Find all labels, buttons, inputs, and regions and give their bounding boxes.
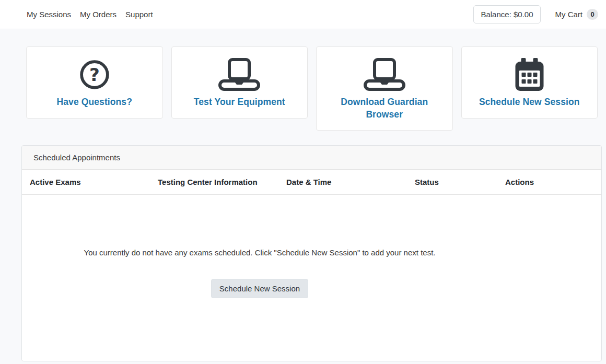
card-have-questions[interactable]: ? Have Questions? [26, 46, 163, 119]
card-label: Download Guardian Browser [329, 96, 440, 121]
top-nav: My Sessions My Orders Support Balance: $… [0, 0, 606, 29]
action-cards: ? Have Questions? Test Your Equipment Do… [26, 46, 598, 131]
empty-state: You currently do not have any exams sche… [22, 195, 497, 298]
my-cart-link[interactable]: My Cart 0 [555, 9, 599, 20]
column-header-active-exams: Active Exams [22, 170, 150, 194]
laptop-icon [218, 57, 260, 92]
empty-state-message: You currently do not have any exams sche… [84, 248, 436, 257]
column-header-status: Status [407, 170, 497, 194]
card-label: Test Your Equipment [194, 96, 285, 109]
appointments-table-body: You currently do not have any exams sche… [22, 195, 601, 361]
svg-text:?: ? [89, 64, 100, 85]
panel-title: Scheduled Appointments [22, 146, 601, 170]
appointments-table-header: Active Exams Testing Center Information … [22, 170, 601, 195]
nav-links: My Sessions My Orders Support [27, 10, 153, 19]
nav-right: Balance: $0.00 My Cart 0 [473, 5, 598, 24]
column-header-testing-center-information: Testing Center Information [150, 170, 278, 194]
card-schedule-new-session[interactable]: Schedule New Session [461, 46, 598, 119]
my-cart-label: My Cart [555, 10, 583, 19]
nav-link-support[interactable]: Support [125, 10, 153, 19]
question-circle-icon: ? [79, 57, 110, 92]
card-label: Schedule New Session [479, 96, 580, 109]
nav-link-my-orders[interactable]: My Orders [80, 10, 116, 19]
card-test-your-equipment[interactable]: Test Your Equipment [171, 46, 308, 119]
card-download-guardian-browser[interactable]: Download Guardian Browser [316, 46, 453, 131]
laptop-icon [364, 57, 405, 92]
column-header-actions: Actions [497, 170, 601, 194]
schedule-new-session-button[interactable]: Schedule New Session [211, 279, 308, 298]
balance-button[interactable]: Balance: $0.00 [473, 5, 540, 24]
card-label: Have Questions? [57, 96, 132, 109]
calendar-icon [515, 57, 544, 92]
cart-count-badge: 0 [587, 9, 598, 20]
scheduled-appointments-panel: Scheduled Appointments Active Exams Test… [21, 145, 602, 361]
column-header-date-time: Date & Time [278, 170, 407, 194]
nav-link-my-sessions[interactable]: My Sessions [27, 10, 71, 19]
